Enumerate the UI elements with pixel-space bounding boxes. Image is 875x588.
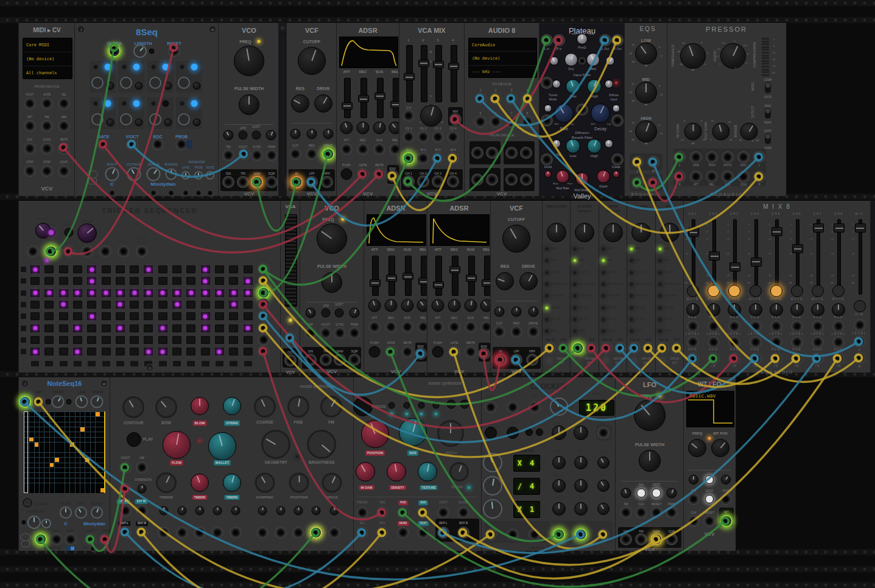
plateau-knob[interactable]	[566, 79, 580, 94]
vcf-2-port[interactable]	[510, 326, 522, 338]
modal-synthesizer-knob[interactable]	[261, 430, 290, 459]
mix8-dim[interactable]	[854, 300, 866, 312]
8seq-port[interactable]	[108, 189, 116, 197]
trigger-sequencer-grid-cell[interactable]	[87, 265, 96, 273]
column-button[interactable]	[74, 361, 82, 366]
clocked-port[interactable]	[507, 528, 519, 541]
8seq-port[interactable]	[175, 138, 188, 150]
wt-lfo-knob[interactable]	[688, 439, 706, 457]
trigger-sequencer-grid-cell[interactable]	[201, 336, 210, 344]
slider-handle[interactable]	[342, 102, 353, 110]
plateau-port[interactable]	[599, 34, 611, 46]
vco-1-button[interactable]	[239, 131, 248, 140]
8seq-step-cell[interactable]	[147, 97, 174, 129]
slider-handle[interactable]	[402, 273, 413, 280]
modal-synthesizer-knob[interactable]	[208, 432, 236, 460]
pressor-knob[interactable]	[740, 123, 758, 141]
trigger-sequencer-grid-cell[interactable]	[30, 324, 40, 332]
audio-8-port[interactable]	[471, 147, 483, 159]
clocked-knob[interactable]	[597, 480, 610, 492]
screen-line[interactable]: (No device)	[23, 52, 72, 66]
lfo-port[interactable]	[650, 533, 662, 545]
8seq-port[interactable]	[206, 189, 214, 197]
vco-1-knob[interactable]	[239, 94, 259, 115]
adsr-3-port[interactable]	[465, 321, 477, 333]
lfo-port[interactable]	[666, 506, 678, 519]
texture-synthesizer-knob[interactable]	[387, 462, 406, 481]
screen-line[interactable]: All channels	[23, 66, 72, 79]
plateau-knob[interactable]	[575, 172, 589, 186]
note-cell[interactable]	[80, 427, 85, 432]
trigger-sequencer-grid-cell[interactable]	[87, 301, 96, 309]
modal-synthesizer-knob[interactable]	[276, 506, 286, 516]
slider-handle[interactable]	[466, 275, 477, 282]
trigger-sequencer-grid-cell[interactable]	[144, 336, 153, 344]
8seq-port[interactable]	[97, 139, 110, 151]
adsr-2-knob[interactable]	[385, 299, 398, 312]
label-909[interactable]: 909	[664, 259, 669, 263]
modal-synthesizer-knob[interactable]	[312, 506, 321, 516]
texture-synthesizer-button[interactable]	[353, 397, 373, 416]
modal-synthesizer-knob[interactable]	[330, 506, 339, 516]
vcf-1-knob[interactable]	[291, 94, 309, 113]
trigger-sequencer-grid-cell[interactable]	[30, 265, 40, 273]
adsr-3-slider[interactable]	[468, 256, 475, 296]
trigger-sequencer-grid-cell[interactable]	[172, 336, 181, 344]
modal-synthesizer-port[interactable]	[176, 527, 188, 539]
texture-synthesizer-button[interactable]	[418, 402, 425, 409]
drum-ride-port[interactable]	[671, 342, 683, 354]
adsr-1-slider[interactable]	[344, 78, 351, 118]
trigger-sequencer-grid-cell[interactable]	[116, 301, 125, 309]
trigger-sequencer-grid-cell[interactable]	[158, 265, 167, 273]
trigger-sequencer-grid-cell[interactable]	[116, 324, 125, 332]
audio-8-port[interactable]	[490, 93, 502, 105]
mix8-pan-in[interactable]	[687, 336, 699, 348]
label-lndrum[interactable]: LNDrum	[607, 294, 620, 298]
trigger-sequencer-grid-cell[interactable]	[201, 301, 210, 309]
modal-synthesizer-port[interactable]	[119, 526, 132, 538]
screen-line[interactable]: CoreAudio	[469, 38, 536, 52]
column-button[interactable]	[173, 361, 181, 366]
trigger-sequencer-grid-cell[interactable]	[116, 336, 125, 344]
mix8-fader-ch5[interactable]	[775, 219, 779, 295]
label-cr-78[interactable]: CR-78	[664, 271, 673, 275]
modal-synthesizer-knob[interactable]	[191, 397, 209, 415]
trigger-sequencer-grid-cell[interactable]	[102, 312, 111, 320]
clocked-knob[interactable]	[483, 499, 502, 519]
adsr-1-button[interactable]	[341, 169, 353, 180]
trigger-sequencer-grid-cell[interactable]	[30, 289, 40, 297]
label-lndrum[interactable]: LNDrum	[664, 294, 677, 298]
label-808[interactable]: 808	[607, 247, 613, 251]
noteseq16-port[interactable]	[20, 519, 27, 526]
8seq-knob[interactable]	[127, 167, 141, 181]
midi-cv-port[interactable]	[58, 142, 70, 155]
fader-handle[interactable]	[709, 251, 720, 261]
vcf-1-knob[interactable]	[323, 129, 334, 139]
audio-8-port[interactable]	[505, 173, 518, 186]
pressor-port[interactable]	[690, 151, 702, 163]
midi-cv-port[interactable]	[24, 120, 36, 132]
mix8-pan-knob[interactable]	[707, 303, 720, 317]
mix8-pan-knob[interactable]	[811, 303, 824, 317]
trigger-sequencer-grid-cell[interactable]	[172, 301, 181, 309]
8seq-knob[interactable]	[166, 169, 177, 180]
slider-handle[interactable]	[433, 281, 444, 289]
clocked-knob[interactable]	[597, 503, 610, 515]
trigger-sequencer-grid-cell[interactable]	[186, 265, 195, 273]
label-lndrum[interactable]: LNDrum	[578, 294, 592, 298]
trigger-sequencer-grid-cell[interactable]	[172, 289, 181, 297]
column-button[interactable]	[187, 361, 195, 366]
noteseq16-knob[interactable]	[60, 506, 72, 519]
mix8-level-in[interactable]	[832, 320, 845, 332]
clocked-button[interactable]	[485, 427, 497, 439]
clocked-port[interactable]	[529, 401, 541, 413]
audio-8-port[interactable]	[521, 93, 533, 105]
vca-mix-port[interactable]	[402, 152, 415, 164]
eqs-port[interactable]	[631, 156, 644, 168]
texture-synthesizer-button[interactable]	[433, 402, 440, 409]
mix8-level-in[interactable]	[687, 320, 699, 332]
lfo-knob[interactable]	[639, 450, 661, 472]
clocked-port[interactable]	[575, 528, 587, 541]
adsr-3-button[interactable]	[432, 346, 444, 358]
8seq-step-cell[interactable]	[118, 61, 144, 93]
